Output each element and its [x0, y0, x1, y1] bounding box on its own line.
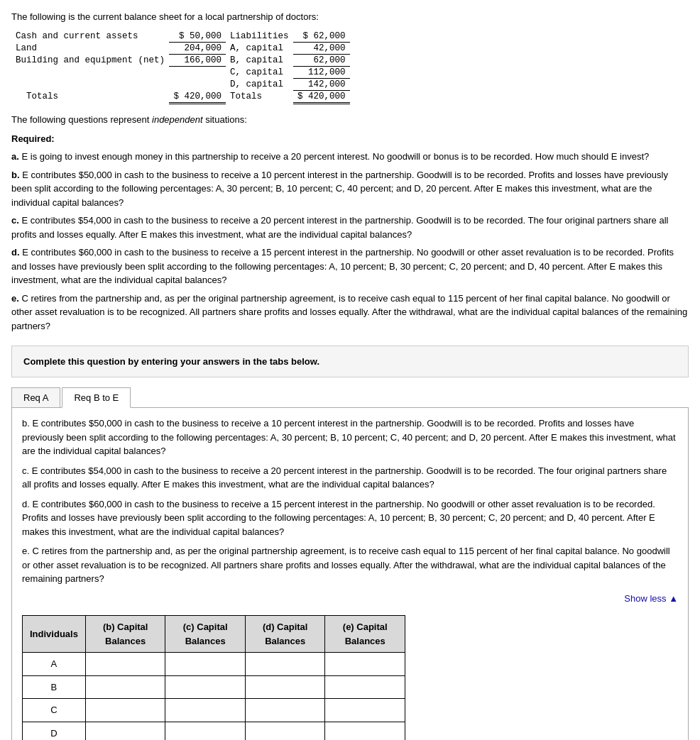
- bs-label-totals-left: Totals: [11, 91, 169, 104]
- bs-label-totals-right: Totals: [226, 91, 293, 104]
- table-row: C: [23, 699, 405, 722]
- bs-label-b-capital: B, capital: [226, 55, 293, 67]
- question-a: a. E is going to invest enough money in …: [11, 150, 689, 164]
- question-c: c. E contributes $54,000 in cash to the …: [11, 214, 689, 241]
- show-less-link[interactable]: Show less ▲: [624, 593, 678, 604]
- tab-req-a-label: Req A: [23, 392, 48, 403]
- table-row: B: [23, 675, 405, 699]
- col-header-d: (d) Capital Balances: [245, 616, 325, 653]
- bs-label-liabilities: Liabilities: [226, 31, 293, 43]
- input-cell-d-a[interactable]: [245, 653, 325, 676]
- independent-text: The following questions represent indepe…: [11, 114, 689, 125]
- input-cell-c-b[interactable]: [165, 675, 246, 699]
- input-cell-e-b[interactable]: [325, 675, 405, 699]
- input-e-d[interactable]: [325, 723, 405, 740]
- input-d-c[interactable]: [246, 700, 325, 720]
- input-c-c[interactable]: [165, 700, 245, 720]
- bs-amount-totals-left: $ 420,000: [169, 91, 226, 104]
- question-b: b. E contributes $50,000 in cash to the …: [11, 168, 689, 210]
- bs-label-empty2: [11, 79, 169, 91]
- input-b-a[interactable]: [86, 654, 165, 674]
- tab-req-b-to-e[interactable]: Req B to E: [62, 387, 131, 408]
- input-cell-b-b[interactable]: [85, 675, 165, 699]
- col-header-individuals: Individuals: [23, 616, 86, 653]
- individual-name-cell: A: [23, 653, 86, 676]
- tab-content-req-b-to-e: b. E contributes $50,000 in cash to the …: [11, 408, 689, 740]
- col-header-b: (b) Capital Balances: [85, 616, 165, 653]
- input-cell-c-c[interactable]: [165, 699, 246, 722]
- col-header-e: (e) Capital Balances: [325, 616, 405, 653]
- input-cell-b-d[interactable]: [85, 722, 165, 740]
- input-c-b[interactable]: [165, 677, 245, 697]
- input-cell-b-a[interactable]: [85, 653, 165, 676]
- input-cell-b-c[interactable]: [85, 699, 165, 722]
- input-b-d[interactable]: [86, 723, 165, 740]
- input-b-b[interactable]: [86, 677, 165, 697]
- bs-amount-totals-right: $ 420,000: [293, 91, 350, 104]
- input-cell-e-d[interactable]: [325, 722, 405, 740]
- balance-sheet: Cash and current assets $ 50,000 Liabili…: [11, 31, 350, 104]
- bs-amount-land: 204,000: [169, 43, 226, 55]
- question-d: d. E contributes $60,000 in cash to the …: [11, 245, 689, 287]
- tab-content-b: b. E contributes $50,000 in cash to the …: [22, 416, 678, 458]
- question-e: e. C retires from the partnership and, a…: [11, 292, 689, 333]
- bs-label-a-capital: A, capital: [226, 43, 293, 55]
- tab-req-a[interactable]: Req A: [11, 387, 60, 407]
- input-cell-d-b[interactable]: [245, 675, 325, 699]
- bs-amount-b-capital: 62,000: [293, 55, 350, 67]
- bs-label-empty: [11, 67, 169, 79]
- input-cell-d-d[interactable]: [245, 722, 325, 740]
- input-e-b[interactable]: [325, 677, 405, 697]
- bs-amount-liabilities: $ 62,000: [293, 31, 350, 43]
- input-d-d[interactable]: [246, 723, 325, 740]
- input-e-c[interactable]: [325, 700, 405, 720]
- bs-amount-empty: [169, 67, 226, 79]
- tabs-container: Req A Req B to E: [11, 387, 689, 408]
- bs-amount-c-capital: 112,000: [293, 67, 350, 79]
- input-cell-c-d[interactable]: [165, 722, 246, 740]
- individual-name-cell: D: [23, 722, 86, 740]
- bs-amount-a-capital: 42,000: [293, 43, 350, 55]
- input-e-a[interactable]: [325, 654, 405, 674]
- input-c-d[interactable]: [165, 723, 245, 740]
- table-row: A: [23, 653, 405, 676]
- tab-content-e: e. C retires from the partnership and, a…: [22, 544, 678, 586]
- bs-label-land: Land: [11, 43, 169, 55]
- tab-req-b-to-e-label: Req B to E: [74, 392, 119, 403]
- input-c-a[interactable]: [165, 654, 245, 674]
- bs-amount-empty2: [169, 79, 226, 91]
- required-label: Required:: [11, 133, 689, 144]
- input-cell-e-c[interactable]: [325, 699, 405, 722]
- input-cell-e-a[interactable]: [325, 653, 405, 676]
- complete-box-text: Complete this question by entering your …: [23, 356, 319, 367]
- bs-label-building: Building and equipment (net): [11, 55, 169, 67]
- bs-label-c-capital: C, capital: [226, 67, 293, 79]
- bs-amount-cash: $ 50,000: [169, 31, 226, 43]
- tab-content-c: c. E contributes $54,000 in cash to the …: [22, 464, 678, 492]
- bs-amount-building: 166,000: [169, 55, 226, 67]
- input-d-a[interactable]: [246, 654, 325, 674]
- complete-box: Complete this question by entering your …: [11, 346, 689, 377]
- bs-label-d-capital: D, capital: [226, 79, 293, 91]
- bs-amount-d-capital: 142,000: [293, 79, 350, 91]
- intro-text: The following is the current balance she…: [11, 11, 689, 22]
- table-row: D: [23, 722, 405, 740]
- individual-name-cell: B: [23, 675, 86, 699]
- bs-label-cash: Cash and current assets: [11, 31, 169, 43]
- input-cell-c-a[interactable]: [165, 653, 246, 676]
- input-b-c[interactable]: [86, 700, 165, 720]
- input-cell-d-c[interactable]: [245, 699, 325, 722]
- individual-name-cell: C: [23, 699, 86, 722]
- answer-table: Individuals (b) Capital Balances (c) Cap…: [22, 615, 405, 740]
- col-header-c: (c) Capital Balances: [165, 616, 246, 653]
- tab-content-d: d. E contributes $60,000 in cash to the …: [22, 497, 678, 539]
- input-d-b[interactable]: [246, 677, 325, 697]
- questions-section: a. E is going to invest enough money in …: [11, 150, 689, 333]
